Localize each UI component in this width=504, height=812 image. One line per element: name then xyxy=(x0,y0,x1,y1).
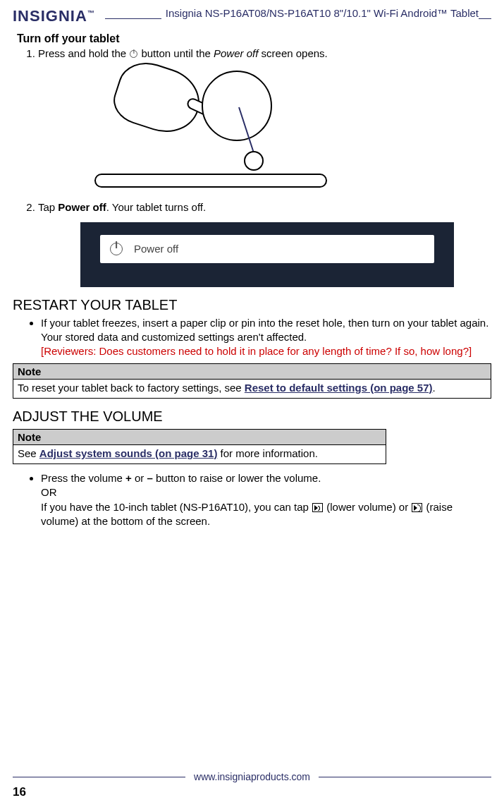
figure-power-off-dialog: Power off xyxy=(80,222,454,287)
link-reset-default[interactable]: Reset to default settings (on page 57) xyxy=(245,382,433,394)
reviewer-note: [Reviewers: Does customers need to hold … xyxy=(41,345,472,357)
footer-rule-left xyxy=(13,777,185,777)
note-box-restart: Note To reset your tablet back to factor… xyxy=(13,363,491,399)
note-label: Note xyxy=(13,364,491,380)
note-label: Note xyxy=(13,430,386,445)
document-title: Insignia NS-P16AT08/NS-P16AT10 8"/10.1" … xyxy=(161,7,479,19)
volume-down-icon xyxy=(312,503,323,512)
volume-bullet: Press the volume + or – button to raise … xyxy=(41,471,491,528)
power-off-label: Power off xyxy=(134,242,178,256)
link-adjust-sounds[interactable]: Adjust system sounds (on page 31) xyxy=(39,447,218,459)
step-2: Tap Power off. Your tablet turns off. Po… xyxy=(38,200,491,287)
volume-up-icon xyxy=(412,503,422,512)
restart-bullet: If your tablet freezes, insert a paper c… xyxy=(41,316,491,359)
footer-url[interactable]: www.insigniaproducts.com xyxy=(191,771,313,782)
figure-press-power xyxy=(80,66,334,193)
section-heading-restart: RESTART YOUR TABLET xyxy=(13,297,491,313)
brand-logo: INSIGNIA™ xyxy=(13,7,95,25)
note-body: To reset your tablet back to factory set… xyxy=(13,380,491,398)
step-1: Press and hold the button until the Powe… xyxy=(38,47,491,193)
power-icon xyxy=(130,50,137,58)
note-body: See Adjust system sounds (on page 31) fo… xyxy=(13,445,386,463)
section-heading-volume: ADJUST THE VOLUME xyxy=(13,408,491,425)
footer-rule-right xyxy=(319,777,491,777)
page-number: 16 xyxy=(13,785,491,799)
section-title-turn-off: Turn off your tablet xyxy=(17,32,491,45)
note-box-volume: Note See Adjust system sounds (on page 3… xyxy=(13,429,386,464)
power-icon xyxy=(110,243,123,255)
